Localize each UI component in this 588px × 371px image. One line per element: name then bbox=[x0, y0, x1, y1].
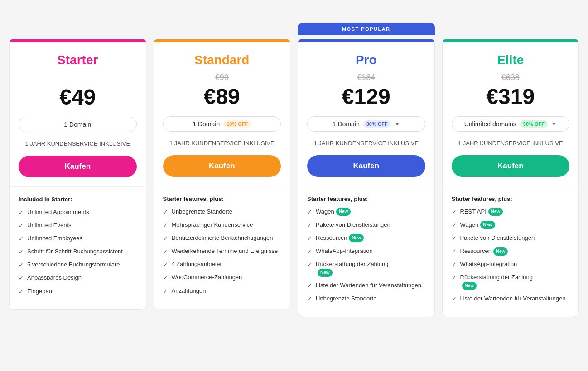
check-icon: ✓ bbox=[19, 235, 24, 243]
feature-text: 5 verschiedene Buchungsformulare bbox=[27, 261, 120, 269]
check-icon: ✓ bbox=[19, 274, 24, 282]
plan-name-elite: Elite bbox=[452, 53, 570, 67]
plan-header-starter: Starter€491 Domain1 JAHR KUNDENSERVICE I… bbox=[10, 42, 146, 187]
plan-header-standard: Standard€99€891 Domain10% OFF1 JAHR KUND… bbox=[154, 42, 290, 186]
plan-card-pro: Pro€184€1291 Domain30% OFF▼1 JAHR KUNDEN… bbox=[298, 39, 435, 317]
buy-button-elite[interactable]: Kaufen bbox=[452, 155, 570, 177]
feature-text: REST APINew bbox=[460, 208, 503, 216]
feature-item: ✓WhatsApp-Integration bbox=[307, 247, 425, 256]
pricing-grid: Starter€491 Domain1 JAHR KUNDENSERVICE I… bbox=[9, 9, 579, 317]
feature-item: ✓Eingebaut bbox=[19, 287, 137, 296]
check-icon: ✓ bbox=[452, 274, 457, 282]
check-icon: ✓ bbox=[163, 261, 168, 269]
features-title-standard: Starter features, plus: bbox=[163, 195, 281, 202]
new-badge: New bbox=[493, 247, 508, 256]
domain-selector-pro[interactable]: 1 Domain30% OFF▼ bbox=[307, 116, 425, 132]
check-icon: ✓ bbox=[452, 221, 457, 229]
feature-text: Eingebaut bbox=[27, 287, 54, 295]
features-title-pro: Starter features, plus: bbox=[307, 195, 425, 202]
service-text-elite: 1 JAHR KUNDENSERVICE INKLUSIVE bbox=[452, 139, 570, 148]
feature-item: ✓Pakete von Dienstleistungen bbox=[452, 234, 570, 243]
domain-selector-elite[interactable]: Unlimited domains50% OFF▼ bbox=[452, 116, 570, 132]
feature-item: ✓Unbegrenzte Standorte bbox=[307, 295, 425, 303]
feature-item: ✓Rückerstattung der ZahlungNew bbox=[452, 273, 570, 290]
domain-text-standard: 1 Domain bbox=[193, 120, 220, 128]
buy-button-standard[interactable]: Kaufen bbox=[163, 155, 281, 177]
feature-item: ✓Unlimited Appointments bbox=[19, 208, 137, 217]
feature-item: ✓5 verschiedene Buchungsformulare bbox=[19, 261, 137, 269]
feature-text: RessourcenNew bbox=[316, 234, 364, 243]
check-icon: ✓ bbox=[19, 209, 24, 217]
feature-text: Unlimited Events bbox=[27, 221, 72, 229]
plan-header-elite: Elite€638€319Unlimited domains50% OFF▼1 … bbox=[443, 42, 579, 186]
feature-text: Unbegrenzte Standorte bbox=[316, 295, 376, 303]
plan-features-starter: Included in Starter:✓Unlimited Appointme… bbox=[10, 187, 146, 309]
feature-item: ✓WooCommerce-Zahlungen bbox=[163, 273, 281, 282]
check-icon: ✓ bbox=[307, 282, 312, 290]
service-text-standard: 1 JAHR KUNDENSERVICE INKLUSIVE bbox=[163, 139, 281, 148]
domain-text-elite: Unlimited domains bbox=[464, 120, 516, 128]
check-icon: ✓ bbox=[163, 247, 168, 256]
plan-features-elite: Starter features, plus:✓REST APINew✓Wage… bbox=[443, 186, 579, 317]
feature-item: ✓REST APINew bbox=[452, 208, 570, 216]
buy-button-starter[interactable]: Kaufen bbox=[19, 156, 137, 177]
check-icon: ✓ bbox=[163, 234, 168, 243]
new-badge: New bbox=[336, 208, 351, 216]
most-popular-badge: MOST POPULAR bbox=[298, 23, 435, 35]
plan-price-pro: €129 bbox=[307, 84, 425, 109]
feature-item: ✓Liste der Wartenden für Veranstaltungen bbox=[452, 295, 570, 303]
check-icon: ✓ bbox=[307, 221, 312, 229]
plan-price-standard: €89 bbox=[163, 84, 281, 109]
feature-text: 4 Zahlungsanbieter bbox=[172, 260, 222, 268]
feature-text: WagenNew bbox=[460, 221, 495, 229]
new-badge: New bbox=[349, 234, 364, 242]
new-badge: New bbox=[462, 282, 477, 290]
feature-item: ✓Unbegrenzte Standorte bbox=[163, 208, 281, 216]
feature-item: ✓Anzahlungen bbox=[163, 287, 281, 295]
check-icon: ✓ bbox=[19, 261, 24, 269]
plan-wrapper-elite: Elite€638€319Unlimited domains50% OFF▼1 … bbox=[442, 39, 579, 317]
feature-text: WhatsApp-Integration bbox=[316, 247, 373, 255]
service-text-pro: 1 JAHR KUNDENSERVICE INKLUSIVE bbox=[307, 139, 425, 148]
discount-badge-elite: 50% OFF bbox=[520, 120, 548, 128]
feature-text: WhatsApp-Integration bbox=[460, 260, 517, 268]
check-icon: ✓ bbox=[307, 247, 312, 256]
feature-text: RessourcenNew bbox=[460, 247, 508, 256]
check-icon: ✓ bbox=[452, 261, 457, 269]
feature-text: Schritt-für-Schritt-Buchungsassistent bbox=[27, 247, 123, 256]
check-icon: ✓ bbox=[163, 274, 168, 282]
discount-badge-pro: 30% OFF bbox=[363, 120, 391, 128]
features-title-starter: Included in Starter: bbox=[19, 196, 137, 203]
feature-text: Unlimited Employees bbox=[27, 234, 82, 243]
check-icon: ✓ bbox=[19, 222, 24, 230]
check-icon: ✓ bbox=[19, 248, 24, 256]
feature-text: Anpassbares Design bbox=[27, 274, 82, 282]
discount-badge-standard: 10% OFF bbox=[223, 120, 251, 128]
feature-text: Liste der Wartenden für Veranstaltungen bbox=[316, 281, 421, 290]
plan-original-price-elite: €638 bbox=[452, 73, 570, 82]
feature-text: Benutzerdefinierte Benachrichtigungen bbox=[172, 234, 273, 242]
plan-name-pro: Pro bbox=[307, 53, 425, 67]
feature-text: Liste der Wartenden für Veranstaltungen bbox=[460, 295, 566, 303]
feature-text: WagenNew bbox=[316, 208, 351, 216]
chevron-down-icon: ▼ bbox=[551, 121, 557, 127]
check-icon: ✓ bbox=[307, 208, 312, 216]
new-badge: New bbox=[480, 221, 495, 229]
domain-selector-starter[interactable]: 1 Domain bbox=[19, 117, 137, 132]
feature-item: ✓Liste der Wartenden für Veranstaltungen bbox=[307, 281, 425, 290]
check-icon: ✓ bbox=[307, 295, 312, 303]
feature-text: Pakete von Dienstleistungen bbox=[316, 221, 390, 229]
check-icon: ✓ bbox=[452, 295, 457, 303]
check-icon: ✓ bbox=[452, 234, 457, 243]
feature-text: Anzahlungen bbox=[172, 287, 206, 295]
feature-item: ✓Schritt-für-Schritt-Buchungsassistent bbox=[19, 247, 137, 256]
feature-item: ✓RessourcenNew bbox=[452, 247, 570, 256]
plan-price-elite: €319 bbox=[452, 84, 570, 109]
check-icon: ✓ bbox=[452, 247, 457, 256]
plan-price-starter: €49 bbox=[19, 85, 137, 109]
feature-item: ✓Anpassbares Design bbox=[19, 274, 137, 282]
buy-button-pro[interactable]: Kaufen bbox=[307, 155, 425, 177]
check-icon: ✓ bbox=[163, 221, 168, 229]
check-icon: ✓ bbox=[19, 288, 24, 296]
domain-selector-standard[interactable]: 1 Domain10% OFF bbox=[163, 116, 281, 132]
